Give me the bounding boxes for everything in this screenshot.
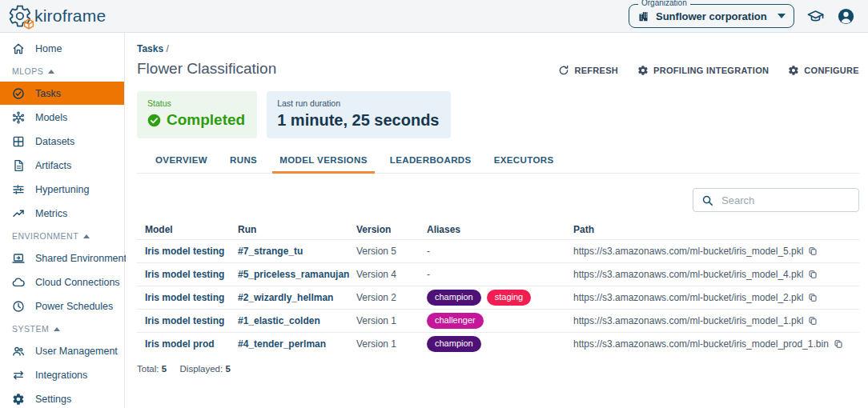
main-content: Tasks / Flower Classification REFRESH PR… [126,33,868,408]
copy-icon[interactable] [808,246,818,256]
table-row: Iris model testing #5_priceless_ramanuja… [137,262,859,286]
user-management-icon [12,345,25,358]
sidebar-section-label: ENVIRONMENT [12,231,78,241]
refresh-button[interactable]: REFRESH [558,65,618,76]
path-value: https://s3.amazonaws.com/ml-bucket/iris_… [573,292,803,303]
search-input[interactable] [720,194,850,207]
column-header-run: Run [230,224,348,235]
check-circle-icon [147,114,161,127]
model-link[interactable]: Iris model prod [137,338,230,350]
aliases-empty: - [427,246,430,257]
refresh-button-label: REFRESH [574,66,618,75]
collapse-up-icon [48,70,54,74]
model-link[interactable]: Iris model testing [137,315,230,326]
tab-leaderboards[interactable]: LEADERBOARDS [379,155,483,173]
sidebar-item-cloud-connections[interactable]: Cloud Connections [0,270,124,294]
brand-name: kiroframe [34,6,106,26]
run-link[interactable]: #4_tender_perlman [230,338,348,350]
table-footer: Total: 5 Displayed: 5 [137,364,859,374]
sidebar-item-label: Cloud Connections [35,277,120,288]
run-link[interactable]: #2_wizardly_hellman [230,292,348,303]
sidebar-item-label: Datasets [35,136,74,147]
sidebar-item-integrations[interactable]: Integrations [0,363,124,386]
profiling-integration-button[interactable]: PROFILING INTEGRATION [637,65,769,76]
education-icon[interactable] [806,7,825,26]
refresh-icon [558,65,569,76]
tab-runs[interactable]: RUNS [219,155,268,173]
gear-icon [788,65,799,76]
sidebar-section-system[interactable]: SYSTEM [0,318,124,339]
breadcrumb[interactable]: Tasks / [137,43,276,54]
sidebar-item-label: Home [35,43,62,54]
integrations-icon [12,369,25,382]
breadcrumb-parent[interactable]: Tasks [137,43,163,54]
displayed-count: 5 [225,364,230,374]
alias-badge-challenger[interactable]: challenger [427,313,484,329]
run-link[interactable]: #7_strange_tu [230,246,348,257]
search-box[interactable] [693,188,859,212]
sidebar-item-artifacts[interactable]: Artifacts [0,154,124,177]
copy-icon[interactable] [808,293,818,302]
alias-badge-champion[interactable]: champion [427,290,481,306]
sidebar-item-user-management[interactable]: User Management [0,339,124,362]
copy-icon[interactable] [834,339,843,349]
sidebar-item-label: Tasks [35,88,61,99]
sidebar-section-label: MLOPS [12,66,43,76]
copy-icon[interactable] [808,270,818,279]
settings-gear-icon [12,393,25,406]
building-icon [637,10,649,22]
sidebar-item-home[interactable]: Home [0,37,124,60]
tab-model-versions[interactable]: MODEL VERSIONS [268,155,379,173]
sidebar-item-datasets[interactable]: Datasets [0,130,124,153]
version-cell: Version 1 [348,338,419,350]
model-link[interactable]: Iris model testing [137,246,230,257]
artifacts-icon [12,159,25,172]
sidebar-item-tasks[interactable]: Tasks [0,82,124,105]
table-row: Iris model testing #7_strange_tu Version… [137,239,859,262]
run-link[interactable]: #5_priceless_ramanujan [230,269,348,280]
column-header-aliases: Aliases [419,224,565,235]
hypertuning-icon [12,183,25,196]
sidebar-item-power-schedules[interactable]: Power Schedules [0,294,124,318]
datasets-icon [12,135,25,148]
duration-label: Last run duration [277,98,439,108]
configure-button-label: CONFIGURE [804,66,859,75]
home-icon [12,42,25,55]
sidebar-item-models[interactable]: Models [0,106,124,129]
alias-badge-champion[interactable]: champion [427,336,481,352]
copy-icon[interactable] [808,316,818,326]
top-bar: kiroframe Organization Sunflower corpora… [0,0,868,33]
sidebar-item-label: Models [35,112,67,123]
column-header-model: Model [137,224,230,235]
tab-overview[interactable]: OVERVIEW [144,155,219,173]
status-card: Status Completed [137,91,257,138]
duration-card: Last run duration 1 minute, 25 seconds [267,91,451,138]
organization-select[interactable]: Organization Sunflower corporation [629,4,794,28]
user-avatar-icon[interactable] [837,7,855,26]
search-icon [701,194,713,206]
sidebar-item-metrics[interactable]: Metrics [0,202,124,225]
breadcrumb-separator: / [166,43,168,54]
metrics-icon [12,207,25,220]
aliases-empty: - [427,269,430,280]
sidebar-section-label: SYSTEM [12,324,49,334]
sidebar-section-mlops[interactable]: MLOPS [0,61,124,82]
sidebar-section-environment[interactable]: ENVIRONMENT [0,226,124,246]
sidebar-item-hypertuning[interactable]: Hypertuning [0,178,124,201]
power-schedules-icon [12,300,25,313]
model-link[interactable]: Iris model testing [137,292,230,303]
run-link[interactable]: #1_elastic_colden [230,315,348,326]
gear-icon [637,65,649,76]
sidebar-item-shared-environments[interactable]: Shared Environments [0,246,124,270]
configure-button[interactable]: CONFIGURE [788,65,859,76]
sidebar-item-settings[interactable]: Settings [0,387,124,408]
alias-badge-staging[interactable]: staging [487,290,531,306]
model-link[interactable]: Iris model testing [137,269,230,280]
app-logo[interactable]: kiroframe [8,4,106,28]
sidebar: Home MLOPS Tasks Models Datasets Artifac… [0,33,125,408]
sidebar-item-label: Integrations [35,370,87,381]
tab-executors[interactable]: EXECUTORS [483,155,565,173]
collapse-up-icon [54,327,60,331]
column-header-version: Version [348,224,419,235]
sidebar-item-label: Settings [35,394,71,405]
